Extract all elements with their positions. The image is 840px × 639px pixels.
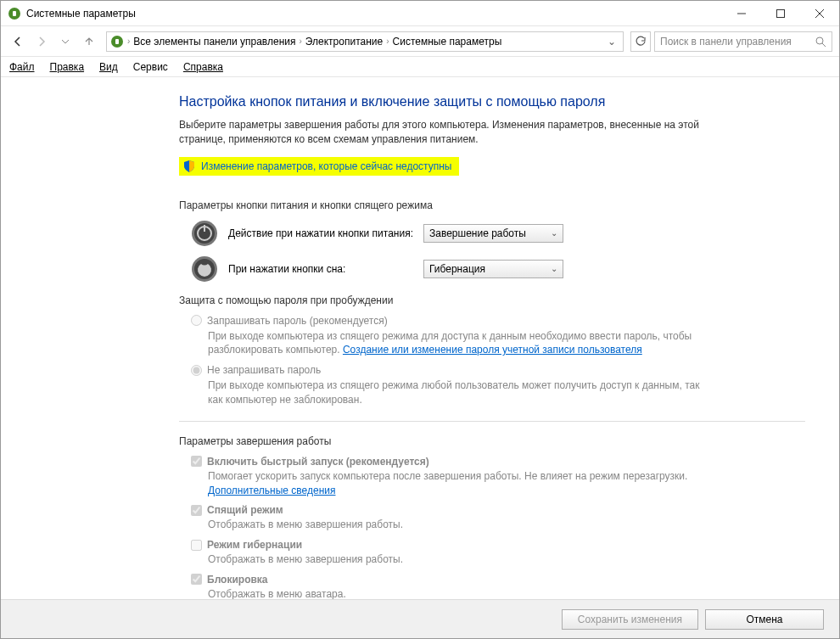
radio-require-password: Запрашивать пароль (рекомендуется) При в… [191,315,717,358]
menu-edit[interactable]: Правка [50,61,85,73]
radio-no-password-input [191,365,202,376]
section-heading-shutdown: Параметры завершения работы [179,435,805,447]
sleep-button-select[interactable]: Гибернация ⌄ [423,260,563,278]
maximize-button[interactable] [761,1,800,25]
radio-no-password-desc: При выходе компьютера из спящего режима … [208,378,717,407]
page-description: Выберите параметры завершения работы для… [179,118,722,147]
section-heading-buttons: Параметры кнопки питания и кнопки спящег… [179,199,805,211]
check-fast-startup-desc: Помогает ускорить запуск компьютера посл… [208,469,717,498]
sleep-button-label: При нажатии кнопки сна: [228,263,423,275]
search-icon [815,36,826,48]
power-button-value: Завершение работы [429,227,526,239]
up-button[interactable] [79,31,99,52]
sleep-button-value: Гибернация [429,263,485,275]
radio-no-password: Не запрашивать пароль При выходе компьют… [191,364,717,407]
content-area: Настройка кнопок питания и включение защ… [1,77,839,599]
breadcrumb-item[interactable]: Электропитание [305,36,383,48]
fast-startup-more-link[interactable]: Дополнительные сведения [208,485,335,496]
divider [179,421,805,422]
check-lock: Блокировка Отображать в меню аватара. [191,574,717,599]
svg-point-8 [816,37,823,44]
check-hibernate-input [191,540,202,551]
page-title: Настройка кнопок питания и включение защ… [179,94,805,109]
window-title: Системные параметры [26,8,722,20]
check-hibernate-desc: Отображать в меню завершения работы. [208,552,717,567]
radio-no-password-label: Не запрашивать пароль [207,364,321,376]
svg-rect-1 [13,11,16,16]
footer: Сохранить изменения Отмена [1,599,839,638]
power-button-label: Действие при нажатии кнопки питания: [228,227,423,239]
breadcrumb-item[interactable]: Все элементы панели управления [133,36,295,48]
section-heading-password: Защита с помощью пароля при пробуждении [179,294,805,306]
check-sleep-input [191,505,202,516]
check-lock-label: Блокировка [207,574,268,586]
search-input[interactable] [660,36,815,48]
check-lock-desc: Отображать в меню аватара. [208,587,717,599]
power-button-icon [191,220,218,247]
menu-file[interactable]: Файл [9,61,35,73]
check-hibernate-label: Режим гибернации [207,539,302,551]
sleep-button-icon [191,255,218,283]
radio-require-password-input [191,315,202,326]
power-button-row: Действие при нажатии кнопки питания: Зав… [191,220,805,247]
check-fast-startup-input [191,456,202,467]
chevron-right-icon: › [127,36,130,46]
search-box[interactable] [654,31,832,52]
breadcrumb-item[interactable]: Системные параметры [393,36,502,48]
svg-rect-7 [115,39,119,44]
radio-require-password-label: Запрашивать пароль (рекомендуется) [207,315,388,327]
minimize-button[interactable] [722,1,761,25]
check-lock-input [191,574,202,585]
check-fast-startup: Включить быстрый запуск (рекомендуется) … [191,456,717,498]
check-sleep-desc: Отображать в меню завершения работы. [208,518,717,532]
check-sleep-label: Спящий режим [207,504,283,516]
refresh-button[interactable] [630,31,651,52]
check-fast-startup-label: Включить быстрый запуск (рекомендуется) [207,456,429,468]
titlebar: Системные параметры [1,1,839,26]
chevron-right-icon: › [299,36,301,46]
power-options-icon [8,7,21,20]
change-unavailable-settings-link[interactable]: Изменение параметров, которые сейчас нед… [179,157,459,176]
chevron-right-icon: › [386,36,389,46]
check-sleep: Спящий режим Отображать в меню завершени… [191,504,717,532]
close-button[interactable] [800,1,839,25]
power-button-select[interactable]: Завершение работы ⌄ [423,224,563,243]
power-options-icon [110,35,124,48]
sleep-button-row: При нажатии кнопки сна: Гибернация ⌄ [191,255,805,283]
svg-rect-3 [777,9,785,17]
forward-button[interactable] [31,31,52,52]
recent-dropdown[interactable] [55,31,76,52]
navbar: › Все элементы панели управления › Элект… [1,26,839,57]
chevron-down-icon: ⌄ [551,264,557,273]
shield-icon [182,160,196,173]
chevron-down-icon: ⌄ [551,228,557,238]
admin-link-label: Изменение параметров, которые сейчас нед… [201,160,452,172]
back-button[interactable] [8,31,28,52]
breadcrumb[interactable]: › Все элементы панели управления › Элект… [106,31,624,52]
cancel-button[interactable]: Отмена [705,609,824,630]
radio-require-password-desc: При выходе компьютера из спящего режима … [208,329,717,358]
menu-service[interactable]: Сервис [133,61,168,73]
save-button: Сохранить изменения [562,609,698,630]
check-hibernate: Режим гибернации Отображать в меню завер… [191,539,717,567]
svg-line-9 [822,43,826,47]
create-change-password-link[interactable]: Создание или изменение пароля учетной за… [343,344,642,356]
menu-view[interactable]: Вид [99,61,118,73]
breadcrumb-dropdown[interactable]: ⌄ [604,36,619,48]
menubar: Файл Правка Вид Сервис Справка [1,57,839,77]
menu-help[interactable]: Справка [183,61,223,73]
